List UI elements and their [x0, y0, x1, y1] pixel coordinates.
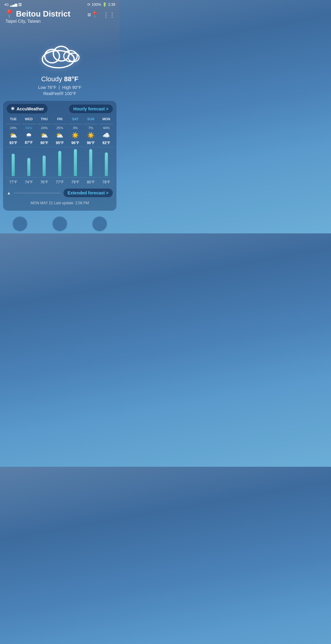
day-separator — [84, 124, 98, 124]
real-feel: RealFeel® 100°F — [0, 91, 120, 96]
extended-forecast-button[interactable]: Extended forecast > — [63, 189, 113, 197]
svg-rect-5 — [51, 54, 75, 60]
day-label: THU — [41, 117, 48, 122]
bar-col-tue — [6, 149, 21, 176]
triangle-icon: ▲ — [7, 190, 11, 195]
status-left: 4G ▂▄▆ 🖼 — [4, 3, 22, 7]
hi-temp: 96°F — [71, 141, 79, 145]
temperature-bar — [27, 158, 30, 176]
day-col-fri: FRI25%⛅95°F — [52, 117, 68, 145]
bar-col-thu — [36, 149, 52, 176]
forecast-header: ☀ AccuWeather Hourly forecast > — [6, 104, 114, 113]
day-separator — [22, 124, 36, 124]
cloud-icon — [35, 35, 84, 69]
forecast-card: ☀ AccuWeather Hourly forecast > TUE24%⛅9… — [3, 101, 116, 211]
location-sub: Taipei City, Taiwan — [6, 19, 70, 24]
signal-indicator: 4G — [4, 3, 9, 6]
hi-temp: 90°F — [40, 141, 48, 145]
accuweather-badge: ☀ AccuWeather — [7, 104, 48, 113]
current-condition: Cloudy 88°F — [0, 75, 120, 83]
precip-pct: 3% — [73, 126, 78, 130]
accuweather-label: AccuWeather — [17, 106, 44, 111]
bottom-nav-item-3[interactable] — [92, 216, 107, 232]
hourly-forecast-button[interactable]: Hourly forecast > — [69, 105, 113, 113]
day-separator — [6, 124, 21, 124]
day-weather-icon: ⛅ — [10, 132, 17, 139]
bar-col-wed — [21, 149, 37, 176]
bottom-nav-item-2[interactable] — [52, 216, 67, 232]
lo-temp: 76°F — [36, 180, 52, 184]
day-separator — [53, 124, 67, 124]
precip-pct: 7% — [88, 126, 93, 130]
temperature-bar — [74, 149, 77, 176]
day-weather-icon: ⛅ — [56, 132, 63, 139]
day-col-sat: SAT3%☀️96°F — [67, 117, 83, 145]
day-weather-icon: ☀️ — [87, 132, 95, 139]
bottom-nav-item-1[interactable] — [12, 216, 28, 232]
temperature-bar — [105, 152, 108, 176]
day-weather-icon: ☁️ — [102, 132, 110, 139]
clock: 2:39 — [108, 2, 115, 7]
hi-temp: 87°F — [25, 140, 32, 145]
extended-forecast-row: ▲ Extended forecast > — [6, 186, 114, 198]
location-name: 📍 Beitou District — [4, 9, 70, 19]
day-separator — [99, 124, 113, 124]
temperature-bar — [43, 155, 46, 176]
location-pin-icon: 📍 — [4, 9, 14, 19]
precip-pct: 25% — [56, 126, 63, 130]
day-label: FRI — [57, 117, 63, 122]
hi-temp: 92°F — [102, 141, 110, 145]
last-update: MON MAY 21 Last update: 2:08 PM — [6, 198, 114, 206]
precip-pct: 24% — [10, 126, 17, 130]
day-label: WED — [25, 117, 33, 122]
status-right: ⟳ 100% 🔋 2:39 — [87, 2, 115, 7]
day-separator — [37, 124, 51, 124]
precip-pct: 56% — [25, 126, 32, 130]
lo-temp: 80°F — [83, 180, 99, 184]
bar-col-fri — [52, 149, 68, 176]
current-weather: Cloudy 88°F Low 76°F | High 90°F RealFee… — [0, 75, 120, 101]
temperature-bar — [58, 151, 61, 176]
hi-temp: 95°F — [56, 141, 63, 145]
day-col-wed: WED56%🌧87°F — [21, 117, 37, 145]
day-label: SAT — [72, 117, 78, 122]
lo-temps-grid: 77°F74°F76°F77°F79°F80°F78°F — [6, 179, 114, 186]
header: 📍 Beitou District Taipei City, Taiwan ≡📍… — [0, 8, 120, 26]
day-col-mon: MON44%☁️92°F — [98, 117, 114, 145]
precip-pct: 24% — [41, 126, 48, 130]
precip-pct: 44% — [103, 126, 110, 130]
rotate-icon: ⟳ — [87, 2, 90, 7]
lo-temp: 78°F — [98, 180, 114, 184]
hi-temp: 96°F — [87, 141, 94, 145]
lo-temp: 79°F — [67, 180, 83, 184]
hi-temp: 93°F — [10, 141, 17, 145]
list-location-icon[interactable]: ≡📍 — [87, 11, 99, 18]
bottom-nav — [0, 213, 120, 233]
day-weather-icon: ☀️ — [71, 132, 79, 139]
day-col-sun: SUN7%☀️96°F — [83, 117, 99, 145]
temperature-bar — [89, 149, 92, 176]
header-icons: ≡📍 ⋮⋮ — [87, 11, 115, 18]
day-weather-icon: 🌧 — [26, 132, 32, 139]
bar-col-sun — [83, 149, 99, 176]
day-label: MON — [102, 117, 110, 122]
weather-icon-area — [0, 26, 120, 75]
menu-icon[interactable]: ⋮⋮ — [103, 11, 115, 18]
bar-col-sat — [67, 149, 83, 176]
day-separator — [68, 124, 82, 124]
lo-temp: 77°F — [6, 180, 21, 184]
photo-icon: 🖼 — [18, 3, 22, 6]
bar-chart-area — [6, 147, 114, 178]
day-label: SUN — [87, 117, 94, 122]
accuweather-sun-icon: ☀ — [10, 106, 15, 112]
battery-icon: 🔋 — [102, 2, 107, 7]
battery-pct: 100% — [92, 2, 101, 7]
day-col-tue: TUE24%⛅93°F — [6, 117, 21, 145]
low-high: Low 76°F | High 90°F — [0, 85, 120, 90]
lo-temp: 77°F — [52, 180, 68, 184]
day-label: TUE — [10, 117, 17, 122]
temperature-bar — [12, 154, 15, 176]
location-block: 📍 Beitou District Taipei City, Taiwan — [4, 9, 70, 24]
status-bar: 4G ▂▄▆ 🖼 ⟳ 100% 🔋 2:39 — [0, 0, 120, 8]
days-grid: TUE24%⛅93°FWED56%🌧87°FTHU24%⛅90°FFRI25%⛅… — [6, 117, 114, 145]
